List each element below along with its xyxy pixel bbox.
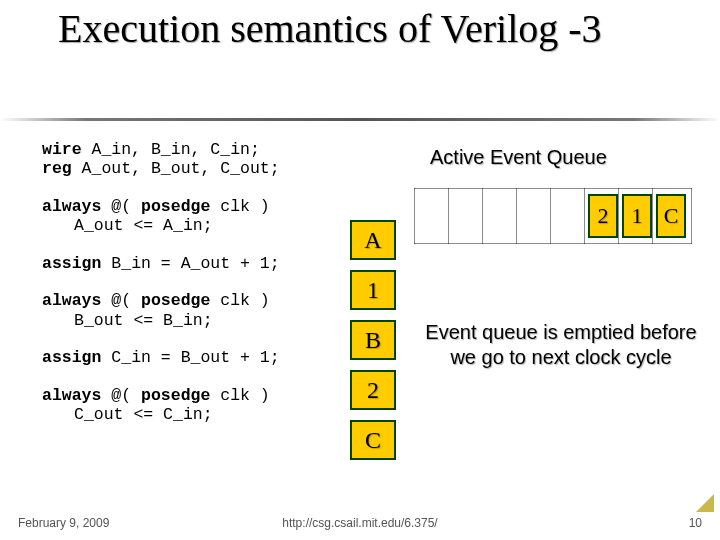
box-a: A — [350, 220, 396, 260]
box-b: B — [350, 320, 396, 360]
box-1: 1 — [350, 270, 396, 310]
code-decl: wire A_in, B_in, C_in; reg A_out, B_out,… — [42, 140, 344, 179]
code-always-3: always @( posedge clk ) C_out <= C_in; — [42, 386, 344, 425]
process-boxes: A 1 B 2 C — [350, 220, 396, 470]
code-assign-1: assign B_in = A_out + 1; — [42, 254, 344, 273]
page-fold-icon — [696, 494, 714, 512]
code-assign-2: assign C_in = B_out + 1; — [42, 348, 344, 367]
description-text: Event queue is emptied before we go to n… — [416, 320, 706, 370]
footer-url: http://csg.csail.mit.edu/6.375/ — [0, 516, 720, 530]
footer-page-number: 10 — [689, 516, 702, 530]
kw-wire: wire — [42, 140, 82, 159]
slide-title: Execution semantics of Verilog -3 — [58, 8, 668, 50]
box-2: 2 — [350, 370, 396, 410]
active-event-queue-label: Active Event Queue — [430, 146, 607, 169]
code-always-1: always @( posedge clk ) A_out <= A_in; — [42, 197, 344, 236]
decl-regs: A_out, B_out, C_out; — [72, 159, 280, 178]
code-always-2: always @( posedge clk ) B_out <= B_in; — [42, 291, 344, 330]
slide: Execution semantics of Verilog -3 wire A… — [0, 0, 720, 540]
queue-slot-1: 1 — [622, 194, 652, 238]
queue-slot-0: 2 — [588, 194, 618, 238]
code-block: wire A_in, B_in, C_in; reg A_out, B_out,… — [42, 140, 344, 443]
queue-slot-2: C — [656, 194, 686, 238]
title-underline — [0, 118, 720, 121]
event-queue: 2 1 C — [414, 188, 692, 244]
kw-reg: reg — [42, 159, 72, 178]
decl-wires: A_in, B_in, C_in; — [82, 140, 260, 159]
box-c: C — [350, 420, 396, 460]
